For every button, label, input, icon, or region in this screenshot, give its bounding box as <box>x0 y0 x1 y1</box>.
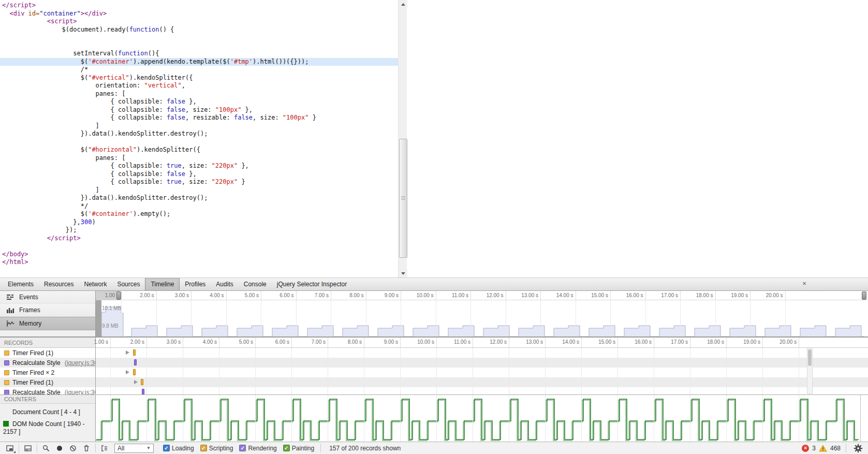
gridline <box>545 395 546 442</box>
record-filter-select[interactable]: All ▼ <box>114 444 154 453</box>
sidebar-item-frames[interactable]: Frames <box>0 304 95 317</box>
expand-arrow-icon[interactable] <box>126 350 129 355</box>
overview-right-resizer[interactable] <box>862 291 866 300</box>
scrollbar-thumb[interactable] <box>399 139 407 258</box>
code-line: { collapsible: false }, <box>0 170 398 179</box>
gridline <box>146 395 147 442</box>
dom-node-count-chart <box>96 395 868 442</box>
counter-swatch <box>3 421 9 427</box>
record-row[interactable]: Timer Fired (1) <box>0 348 868 358</box>
code-scrollbar[interactable] <box>398 0 407 277</box>
filter-checkbox-loading[interactable]: ✓Loading <box>163 445 194 452</box>
code-line: }); <box>0 226 398 235</box>
ruler-tick-label: 12.00 s <box>479 339 507 345</box>
ruler-tick-label: 11.00 s <box>443 339 470 345</box>
show-console-button[interactable] <box>21 443 35 453</box>
ruler-tick-label: 17.00 s <box>660 339 688 345</box>
sidebar-item-events[interactable]: Events <box>0 291 95 304</box>
source-link[interactable]: (jquery.js:3077) <box>65 359 96 367</box>
settings-button[interactable] <box>851 443 865 453</box>
ruler-tick-label: 18.00 s <box>685 292 713 298</box>
record-lane <box>96 358 868 368</box>
tab-elements[interactable]: Elements <box>3 278 39 290</box>
filter-checkbox-painting[interactable]: ✓Painting <box>283 445 314 452</box>
filter-checkbox-scripting[interactable]: ✓Scripting <box>200 445 233 452</box>
gridline <box>191 300 192 338</box>
expand-arrow-icon[interactable] <box>126 370 129 374</box>
warning-count[interactable]: 468 <box>830 445 841 452</box>
ruler-tick <box>680 291 681 300</box>
ruler-tick <box>617 338 618 347</box>
ruler-tick-label: 16.00 s <box>615 292 643 298</box>
record-row[interactable]: Timer Fired × 2 <box>0 368 868 377</box>
source-link[interactable]: (jquery.js:3077) <box>65 389 96 395</box>
sidebar-item-label: Frames <box>19 306 40 314</box>
tab-resources[interactable]: Resources <box>39 278 79 290</box>
tab-network[interactable]: Network <box>79 278 112 290</box>
show-console-icon <box>24 444 32 452</box>
record-row[interactable]: Recalculate Style(jquery.js:3077) <box>0 358 868 368</box>
code-line: </html> <box>0 258 398 267</box>
error-count[interactable]: 3 <box>812 445 816 452</box>
clear-button[interactable] <box>66 443 80 453</box>
records-header: RECORDS <box>0 338 96 348</box>
record-lane <box>96 348 868 358</box>
scroll-up-button[interactable] <box>399 0 407 8</box>
gridline <box>509 395 509 442</box>
filter-checkbox-rendering[interactable]: ✓Rendering <box>239 445 276 452</box>
record-button[interactable] <box>53 443 66 453</box>
tab-console[interactable]: Console <box>239 278 272 290</box>
ruler-tick <box>799 338 799 347</box>
gridline <box>645 300 646 338</box>
checkbox-icon: ✓ <box>283 445 290 451</box>
record-label: Timer Fired (1) <box>12 349 53 357</box>
code-line: ] <box>0 122 398 130</box>
scrollbar-thumb[interactable] <box>808 349 812 366</box>
record-row[interactable]: Timer Fired (1) <box>0 377 868 387</box>
ruler-tick-label: 11.00 s <box>440 292 468 298</box>
code-line: { collapsible: false, resizable: false, … <box>0 114 398 122</box>
memory-overview-graph[interactable]: 10.1 MB 9.8 MB <box>96 300 868 338</box>
browser-window: </script> <div id="container"></div> <sc… <box>0 0 868 454</box>
error-icon[interactable]: × <box>802 445 809 452</box>
dock-side-button[interactable] <box>3 443 17 453</box>
record-label: Timer Fired (1) <box>12 379 53 386</box>
ruler-tick-label: 10.00 s <box>406 339 434 345</box>
sidebar-item-label: Events <box>19 294 38 301</box>
tab-timeline[interactable]: Timeline <box>145 278 180 290</box>
expand-arrow-icon[interactable] <box>134 380 138 384</box>
tree-view-button[interactable] <box>98 443 111 453</box>
search-button[interactable] <box>39 443 53 453</box>
dock-side-icon <box>6 444 14 452</box>
garbage-collect-button[interactable] <box>80 443 93 453</box>
records-scrollbar[interactable] <box>807 348 813 394</box>
tab-sources[interactable]: Sources <box>112 278 145 290</box>
ruler-tick-label: 4.00 s <box>196 292 224 298</box>
overview-left-resizer[interactable] <box>116 291 121 300</box>
scroll-down-button[interactable] <box>399 269 407 277</box>
ruler-tick <box>191 291 192 300</box>
warning-icon[interactable] <box>819 444 827 452</box>
ruler-tick <box>545 338 546 347</box>
tab-profiles[interactable]: Profiles <box>180 278 211 290</box>
devtools-close-button[interactable]: × <box>800 280 808 288</box>
divider <box>320 444 321 452</box>
counters-graph[interactable] <box>96 395 868 442</box>
style-swatch <box>4 360 9 365</box>
tab-jquery-selector-inspector[interactable]: jQuery Selector Inspector <box>272 278 352 290</box>
tab-audits[interactable]: Audits <box>211 278 238 290</box>
sidebar-item-memory[interactable]: Memory <box>0 317 95 330</box>
ruler-tick-label: 3.00 s <box>153 339 181 345</box>
source-code-pane[interactable]: </script> <div id="container"></div> <sc… <box>0 0 398 277</box>
memory-heap-chart <box>96 300 868 338</box>
ruler-tick <box>726 338 727 347</box>
record-row[interactable]: Recalculate Style(jquery.js:3077) <box>0 387 868 394</box>
checkbox-label: Loading <box>172 445 194 452</box>
gridline <box>436 395 437 442</box>
checkbox-label: Painting <box>292 445 314 452</box>
ruler-tick-label: 8.00 s <box>334 339 362 345</box>
gridline <box>581 395 582 442</box>
ruler-tick-label: 17.00 s <box>650 292 678 298</box>
ruler-tick-label: 15.00 s <box>580 292 608 298</box>
code-line: $(document).ready(function() { <box>0 26 398 34</box>
